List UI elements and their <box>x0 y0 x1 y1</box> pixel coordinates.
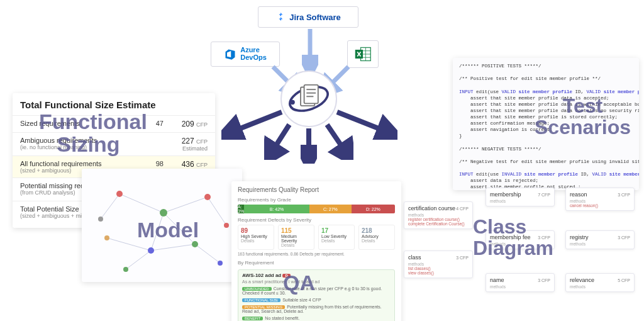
svg-point-37 <box>98 217 103 222</box>
class-method: list classes() <box>408 266 469 271</box>
qa-defect-label: Medium Severity <box>281 234 297 243</box>
fs-row-count: 47 <box>138 120 164 127</box>
model-graph-card <box>82 169 242 282</box>
azure-label: Azure DevOps <box>240 47 267 61</box>
qa-finding-tag: BENEFIT <box>242 317 263 320</box>
svg-line-28 <box>101 194 119 219</box>
svg-point-38 <box>224 223 229 228</box>
qa-finding-tag: UNBOUNDED <box>242 287 272 291</box>
qa-req-finding: POTENTIAL MISSINGPotentially missing fro… <box>242 303 391 315</box>
qa-defect-sub: Details <box>241 239 254 243</box>
qa-req-desc: As a smart practitioner, I want to add a… <box>242 278 391 285</box>
central-document-icon <box>280 70 337 127</box>
class-name: class <box>408 254 421 261</box>
qa-grade-label: Requirements by Grade <box>238 197 395 203</box>
qa-defect-count: 115 <box>281 227 311 234</box>
class-methods-label: methods <box>408 262 469 266</box>
qa-defect-sub: Details <box>321 239 335 243</box>
svg-point-32 <box>160 209 167 217</box>
class-name: membership <box>490 191 521 198</box>
qa-defect-box: 89High SeverityDetails <box>238 225 274 250</box>
svg-point-34 <box>148 247 154 254</box>
svg-line-24 <box>164 213 195 244</box>
qa-report-card: Requirements Quality Report Requirements… <box>231 181 401 321</box>
svg-line-27 <box>208 197 226 225</box>
svg-line-21 <box>119 194 164 213</box>
fs-row-count: 98 <box>138 160 164 167</box>
qa-defect-label: Advisory <box>362 234 379 239</box>
jira-integration-box: Jira Software <box>258 6 358 28</box>
class-name: name <box>490 277 504 283</box>
qa-defect-label: Low Severity <box>321 234 347 239</box>
svg-point-39 <box>218 261 223 266</box>
class-methods-label: methods <box>570 284 630 289</box>
class-cfp-badge: 4 CFP <box>456 206 469 211</box>
class-name: relevance <box>570 277 594 283</box>
qa-req-finding: BENEFITNo stated benefit. <box>242 315 391 321</box>
arrow-out-5 <box>335 108 397 140</box>
svg-point-36 <box>104 235 109 240</box>
fs-row-value: 209 CFP <box>164 120 208 128</box>
svg-line-26 <box>151 244 195 251</box>
qa-defect-box: 218AdvisoryDetails <box>358 225 395 250</box>
class-box: membership fee3 CFPmethods <box>486 230 555 249</box>
excel-icon <box>354 45 372 64</box>
jira-label: Jira Software <box>289 13 341 22</box>
svg-line-30 <box>126 251 151 269</box>
qa-defect-count: 17 <box>321 227 352 234</box>
class-cfp-badge: 3 CFP <box>538 278 550 283</box>
qa-finding-tag: POTENTIAL MISSING <box>242 305 285 309</box>
class-cfp-badge: 7 CFP <box>538 193 550 197</box>
fs-row-name: All functional requirements <box>20 160 138 167</box>
arrow-out-3 <box>301 126 317 164</box>
class-method: register certification course() <box>408 217 469 222</box>
qa-grade-segment: A: 3% <box>238 205 244 213</box>
class-cfp-badge: 3 CFP <box>456 256 469 260</box>
qa-title: Requirements Quality Report <box>238 186 395 193</box>
fs-row: Sized requirements47209 CFP <box>13 115 215 132</box>
class-methods-label: methods <box>490 199 550 203</box>
class-box: relevance5 CFPmethods <box>565 273 635 292</box>
fs-row-sub: (ie. no functional meaning) <box>20 144 138 150</box>
class-methods-label: methods <box>408 213 469 217</box>
orbit-doc-icon <box>286 76 332 122</box>
class-box: class3 CFPmethodslist classes()view clas… <box>404 251 473 278</box>
svg-point-10 <box>290 100 294 104</box>
fs-row-value: 436 CFP <box>164 160 208 169</box>
class-cfp-badge: 3 CFP <box>618 193 630 197</box>
qa-grade-segment: D: 22% <box>352 205 395 213</box>
svg-point-35 <box>192 241 198 247</box>
fs-row-name: Sized requirements <box>20 120 138 127</box>
class-name: membership fee <box>490 234 531 240</box>
model-graph-svg <box>82 169 242 282</box>
class-methods-label: methods <box>570 242 630 246</box>
qa-grade-bar: A: 3%B: 42%C: 27%D: 22% <box>238 205 395 213</box>
qa-defect-sub: Details <box>362 239 375 243</box>
class-method: complete Certification Course() <box>408 222 469 226</box>
class-cfp-badge: 3 CFP <box>618 235 630 240</box>
class-name: reason <box>570 191 587 198</box>
class-name: registry <box>570 234 589 240</box>
qa-grade-segment: C: 27% <box>309 205 352 213</box>
class-box: registry3 CFPmethods <box>565 230 635 249</box>
qa-defect-box: 17Low SeverityDetails <box>318 225 355 250</box>
azure-devops-icon <box>224 48 236 60</box>
qa-req-grade-badge: D <box>282 274 290 278</box>
svg-line-23 <box>151 213 164 251</box>
arrow-jira-down <box>302 26 318 73</box>
qa-defects-label: Requirement Defects by Severity <box>238 217 395 223</box>
arrow-out-2 <box>264 122 296 160</box>
qa-defect-label: High Severity <box>241 234 267 239</box>
functional-sizing-title: Total Functional Size Estimate <box>13 99 215 115</box>
qa-req-key: AWS-102 add ad <box>242 273 281 278</box>
svg-point-40 <box>123 267 128 272</box>
svg-line-17 <box>269 125 289 156</box>
qa-footnote: 163 functional requirements. 0.86 Defect… <box>238 252 395 256</box>
qa-grade-segment: B: 42% <box>244 205 309 213</box>
qa-defect-box: 115Medium SeverityDetails <box>278 225 314 250</box>
qa-byreq-label: By Requirement <box>238 260 395 266</box>
test-scenarios-card: /****** POSITIVE TESTS *****/ /** Positi… <box>453 58 639 190</box>
svg-rect-12 <box>304 85 318 104</box>
svg-point-33 <box>204 194 211 200</box>
qa-defect-sub: Details <box>281 243 294 247</box>
